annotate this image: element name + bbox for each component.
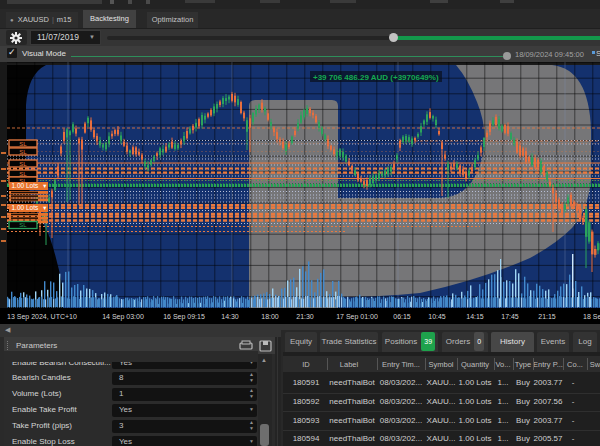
svg-text:SL: SL <box>19 161 27 167</box>
svg-text:21:15: 21:15 <box>538 313 556 320</box>
svg-text:14:30: 14:30 <box>221 313 239 320</box>
svg-text:SL: SL <box>19 149 27 155</box>
svg-text:18:00: 18:00 <box>261 313 279 320</box>
svg-text:16 Sep 09:15: 16 Sep 09:15 <box>163 313 205 321</box>
svg-text:▼: ▼ <box>42 205 47 211</box>
svg-text:SL: SL <box>19 141 27 147</box>
svg-text:SL: SL <box>19 222 27 228</box>
svg-text:14:15: 14:15 <box>466 313 484 320</box>
svg-text:10:45: 10:45 <box>428 313 446 320</box>
svg-text:13 Sep 2024, UTC+10: 13 Sep 2024, UTC+10 <box>7 313 77 321</box>
svg-text:+39 706 486.29 AUD (+3970649%): +39 706 486.29 AUD (+3970649%) <box>313 73 439 82</box>
svg-text:06:15: 06:15 <box>393 313 411 320</box>
svg-text:▼: ▼ <box>42 183 47 189</box>
svg-text:1.00 Lots: 1.00 Lots <box>12 204 39 211</box>
svg-text:1.00 Lots: 1.00 Lots <box>12 182 39 189</box>
svg-text:17 Sep 01:00: 17 Sep 01:00 <box>336 313 378 321</box>
svg-text:21:30: 21:30 <box>296 313 314 320</box>
svg-text:18 Se: 18 Se <box>583 313 600 320</box>
svg-text:17:45: 17:45 <box>501 313 519 320</box>
svg-text:SL: SL <box>19 171 27 177</box>
svg-text:14 Sep 03:00: 14 Sep 03:00 <box>102 313 144 321</box>
